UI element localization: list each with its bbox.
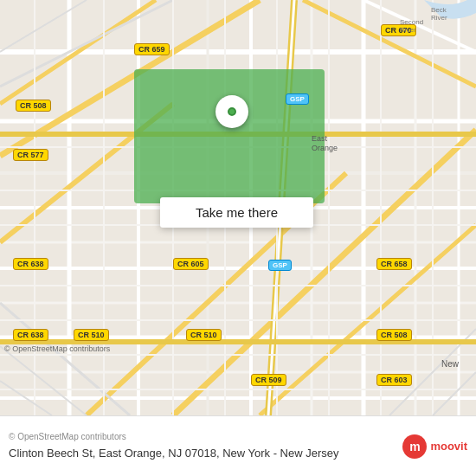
address-text: Clinton Beech St, East Orange, NJ 07018,… — [9, 447, 339, 460]
take-me-there-button[interactable]: Take me there — [160, 197, 313, 228]
cr-badge-577: CR 577 — [13, 149, 48, 161]
moovit-m-letter: m — [409, 440, 420, 453]
osm-copyright: © OpenStreetMap contributors — [4, 344, 110, 353]
map-highlight-overlay — [134, 69, 325, 203]
cr-badge-603: CR 603 — [376, 374, 412, 386]
cr-badge-510-e: CR 510 — [186, 329, 222, 341]
cr-badge-510-w: CR 510 — [74, 329, 109, 341]
gsp-badge-north: GSP — [286, 93, 309, 105]
pin-circle — [215, 95, 248, 128]
moovit-icon: m — [402, 434, 427, 459]
footer-text: © OpenStreetMap contributors Clinton Bee… — [9, 431, 402, 461]
second-river-label: SecondRiver — [400, 19, 423, 35]
new-label: New — [441, 359, 459, 369]
moovit-logo: m moovit — [402, 434, 467, 459]
location-pin — [215, 95, 248, 128]
cr-badge-509: CR 509 — [251, 374, 286, 386]
cr-badge-508-nw: CR 508 — [16, 100, 51, 112]
moovit-text: moovit — [430, 440, 467, 453]
cr-badge-638-sw: CR 638 — [13, 329, 48, 341]
cr-badge-658: CR 658 — [376, 258, 412, 270]
cr-badge-638-w: CR 638 — [13, 258, 48, 270]
map-container: Take me there CR 508 CR 659 CR 670 CR 57… — [0, 0, 476, 415]
gsp-badge-south: GSP — [268, 260, 292, 271]
pin-dot — [225, 105, 239, 119]
osm-notice: © OpenStreetMap contributors — [9, 431, 402, 443]
cr-badge-659: CR 659 — [134, 43, 170, 55]
cr-badge-605: CR 605 — [173, 258, 209, 270]
east-orange-label: EastOrange — [312, 134, 338, 153]
cr-badge-508-e: CR 508 — [376, 329, 412, 341]
footer: © OpenStreetMap contributors Clinton Bee… — [0, 415, 476, 476]
beck-river-label: BeckRiver — [431, 7, 447, 23]
